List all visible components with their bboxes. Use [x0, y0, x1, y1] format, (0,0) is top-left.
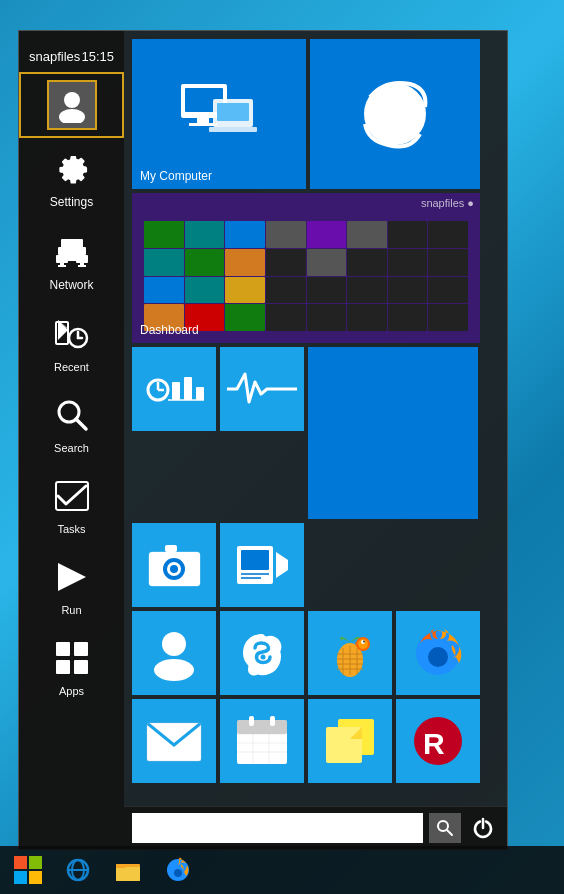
svg-rect-19 — [56, 482, 88, 510]
tile-contact[interactable] — [132, 611, 216, 695]
tile-camera[interactable] — [132, 523, 216, 607]
svg-point-57 — [260, 654, 265, 659]
search-input[interactable] — [132, 813, 423, 843]
dashboard-screenshot — [140, 201, 472, 335]
svg-rect-5 — [58, 247, 68, 255]
search-icon — [436, 819, 454, 837]
svg-rect-70 — [237, 720, 287, 734]
tile-red-app[interactable]: R — [396, 699, 480, 783]
radiance-icon: R — [409, 712, 467, 770]
win-logo-q4 — [29, 871, 42, 884]
tiles-row-2: snapfiles ● — [132, 193, 499, 343]
sidebar-label-apps: Apps — [59, 685, 84, 697]
tile-internet-explorer[interactable] — [310, 39, 480, 189]
win-logo-q2 — [29, 856, 42, 869]
taskbar-ie[interactable] — [54, 850, 102, 890]
sidebar-item-apps[interactable]: Apps — [19, 628, 124, 709]
taskbar-start-button[interactable] — [4, 850, 52, 890]
svg-point-56 — [154, 659, 194, 681]
tiles-row-4 — [132, 523, 499, 607]
svg-rect-22 — [74, 642, 88, 656]
svg-point-55 — [162, 632, 186, 656]
sidebar-label-network: Network — [49, 278, 93, 292]
tropical-icon — [323, 626, 378, 681]
start-menu: snapfiles 15:15 Set — [18, 30, 508, 850]
svg-rect-13 — [58, 265, 66, 267]
svg-point-1 — [59, 109, 85, 123]
power-button[interactable] — [467, 813, 499, 843]
svg-rect-40 — [184, 377, 192, 400]
svg-point-94 — [174, 869, 182, 877]
svg-rect-9 — [56, 255, 68, 263]
svg-rect-21 — [56, 642, 70, 656]
tasks-icon — [54, 478, 90, 519]
svg-rect-14 — [78, 265, 86, 267]
sidebar-item-network[interactable]: Network — [19, 221, 124, 304]
run-icon — [54, 559, 90, 600]
sidebar-label-tasks: Tasks — [57, 523, 85, 535]
tiles-row-6: R — [132, 699, 499, 783]
svg-rect-3 — [67, 253, 77, 258]
sidebar-item-settings[interactable]: Settings — [19, 138, 124, 221]
stickynotes-icon — [320, 711, 380, 771]
svg-rect-11 — [60, 263, 64, 265]
svg-rect-90 — [116, 867, 140, 881]
tile-video[interactable] — [220, 523, 304, 607]
svg-rect-41 — [196, 387, 204, 400]
firefox-icon — [396, 611, 480, 695]
tile-dashboard-label: Dashboard — [140, 323, 199, 337]
tile-skype[interactable] — [220, 611, 304, 695]
calendar-icon — [233, 712, 291, 770]
taskbar-firefox[interactable] — [154, 850, 202, 890]
tile-calendar[interactable] — [220, 699, 304, 783]
tile-ekg[interactable] — [220, 347, 304, 431]
svg-rect-12 — [80, 263, 84, 265]
svg-point-0 — [64, 92, 80, 108]
taskbar — [0, 846, 564, 894]
skype-icon — [235, 626, 290, 681]
svg-rect-27 — [197, 118, 209, 123]
tiles-container: My Computer — [124, 31, 507, 806]
ekg-icon — [227, 364, 297, 414]
sidebar-item-run[interactable]: Run — [19, 547, 124, 628]
windows-logo — [14, 856, 42, 884]
ie-icon — [318, 47, 472, 181]
sidebar-label-recent: Recent — [54, 361, 89, 373]
svg-point-66 — [428, 647, 448, 667]
svg-rect-31 — [209, 127, 257, 132]
sidebar-item-tasks[interactable]: Tasks — [19, 466, 124, 547]
tile-my-computer-label: My Computer — [140, 169, 212, 183]
my-computer-icon — [140, 47, 298, 181]
sidebar-header: snapfiles 15:15 — [19, 41, 124, 72]
video-icon — [235, 540, 290, 590]
power-icon — [472, 817, 494, 839]
tile-stats[interactable] — [132, 347, 216, 431]
bottom-bar — [124, 806, 507, 849]
tile-stickynotes[interactable] — [308, 699, 392, 783]
svg-rect-49 — [191, 557, 197, 562]
tile-firefox[interactable] — [396, 611, 480, 695]
ie-taskbar-icon — [64, 856, 92, 884]
tile-my-computer[interactable]: My Computer — [132, 39, 306, 189]
search-button[interactable] — [429, 813, 461, 843]
svg-text:R: R — [423, 727, 445, 760]
sidebar-item-user[interactable] — [19, 72, 124, 138]
tile-tropical[interactable] — [308, 611, 392, 695]
win-logo-q3 — [14, 871, 27, 884]
explorer-taskbar-icon — [114, 856, 142, 884]
sidebar-item-recent[interactable]: Recent — [19, 304, 124, 385]
win-logo-q1 — [14, 856, 27, 869]
recent-icon — [54, 316, 90, 357]
tile-blue-large[interactable] — [308, 347, 478, 519]
taskbar-explorer[interactable] — [104, 850, 152, 890]
svg-marker-51 — [276, 552, 288, 578]
apps-icon — [54, 640, 90, 681]
sidebar-item-search[interactable]: Search — [19, 385, 124, 466]
settings-icon — [54, 150, 90, 191]
username-label: snapfiles — [29, 49, 80, 64]
svg-rect-30 — [217, 103, 249, 121]
sidebar-label-search: Search — [54, 442, 89, 454]
tiles-row-3 — [132, 347, 499, 519]
tile-dashboard[interactable]: snapfiles ● — [132, 193, 480, 343]
tile-mail[interactable] — [132, 699, 216, 783]
